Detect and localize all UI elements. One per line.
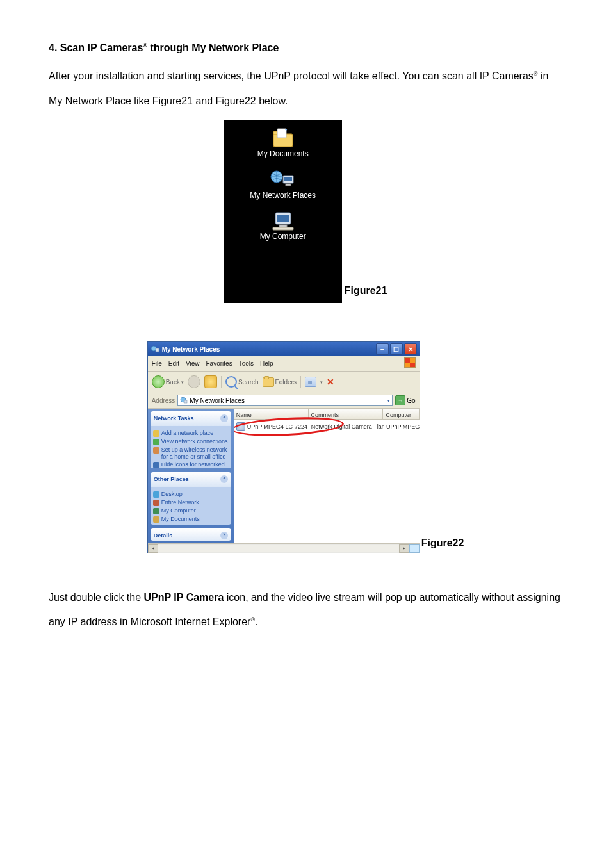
panel-title: Other Places [154,474,189,485]
details-header[interactable]: Details ˅ [151,528,231,541]
maximize-button[interactable]: ☐ [390,343,403,355]
icon-label: My Documents [257,149,309,158]
menu-view[interactable]: View [186,357,200,370]
separator [300,376,301,388]
task-icon [153,430,159,437]
network-places-icon [151,345,159,354]
window-body: Network Tasks ˄ Add a network placeView … [148,409,420,543]
network-task-link[interactable]: Hide icons for networked UPnP devices [153,461,229,468]
scroll-right-button[interactable]: ▸ [399,544,409,553]
scroll-left-button[interactable]: ◂ [148,544,158,553]
final-part1: Just double click the [49,592,144,603]
intro-paragraph: After your installation and starting ser… [49,64,562,113]
place-label: Printers and Faxes [161,524,210,525]
my-network-places-icon: My Network Places [224,169,342,200]
intro-part1: After your installation and starting ser… [49,70,534,81]
icon-label: My Computer [260,232,306,241]
figure22-caption: Figure22 [421,534,464,553]
other-places-header[interactable]: Other Places ˄ [151,472,231,487]
delete-button[interactable]: ✕ [327,373,334,391]
svg-rect-12 [156,348,159,352]
task-label: View network connections [161,438,228,445]
folders-button[interactable]: Folders [263,376,297,388]
chevron-up-icon: ˄ [220,475,228,483]
resize-grip-icon[interactable] [409,544,420,553]
figure21-image: My Documents My Network Places [224,120,342,303]
menu-favorites[interactable]: Favorites [206,357,232,370]
final-part3: . [255,616,257,627]
chevron-up-icon: ˄ [220,414,228,422]
menu-help[interactable]: Help [260,357,273,370]
views-button[interactable]: ▥ [305,377,316,387]
svg-rect-9 [279,225,287,227]
close-button[interactable]: ✕ [404,343,417,355]
minimize-button[interactable]: – [376,343,389,355]
explorer-window: My Network Places – ☐ ✕ File Edit View F… [147,341,420,553]
menu-tools[interactable]: Tools [239,357,254,370]
address-input[interactable]: My Network Places ▾ [177,395,393,406]
back-arrow-icon [152,375,165,388]
chevron-down-icon: ▾ [320,378,323,386]
network-tasks-header[interactable]: Network Tasks ˄ [151,411,231,426]
titlebar: My Network Places – ☐ ✕ [148,342,420,356]
other-place-link[interactable]: My Documents [153,516,229,523]
search-icon [225,376,237,388]
folders-label: Folders [275,376,297,388]
task-label: Set up a wireless network for a home or … [161,446,229,461]
heading-suffix: through My Network Place [147,42,279,53]
chevron-down-icon: ˅ [220,532,228,539]
chevron-down-icon[interactable]: ▾ [387,397,390,405]
menubar: File Edit View Favorites Tools Help [148,356,420,372]
registered-mark-icon: ® [143,42,147,49]
go-button[interactable]: → Go [395,395,415,407]
section-heading: 4. Scan IP Cameras® through My Network P… [49,38,562,58]
up-button[interactable] [204,375,217,388]
toolbar: Back ▾ Search Folders ▥ ▾ ✕ [148,372,420,393]
panel-title: Network Tasks [154,413,194,424]
place-icon [153,491,159,498]
network-task-link[interactable]: Set up a wireless network for a home or … [153,446,229,461]
separator [221,376,222,388]
svg-rect-2 [277,129,286,138]
network-task-link[interactable]: Add a network place [153,430,229,437]
menu-edit[interactable]: Edit [168,357,179,370]
back-label: Back [166,376,180,388]
place-label: Entire Network [161,499,199,506]
place-label: Desktop [161,491,183,498]
svg-rect-5 [284,177,292,181]
go-arrow-icon: → [395,395,405,405]
other-place-link[interactable]: My Computer [153,507,229,514]
search-button[interactable]: Search [225,376,259,388]
other-place-link[interactable]: Desktop [153,491,229,498]
menu-file[interactable]: File [152,357,162,370]
list-area: Name Comments Computer UPnP MPEG4 LC-722… [234,409,420,543]
my-documents-icon: My Documents [224,127,342,158]
svg-rect-8 [277,215,289,222]
network-task-link[interactable]: View network connections [153,438,229,445]
other-place-link[interactable]: Entire Network [153,499,229,506]
tasks-sidebar: Network Tasks ˄ Add a network placeView … [148,409,234,543]
task-label: Hide icons for networked UPnP devices [161,461,229,468]
svg-rect-6 [286,184,291,186]
scroll-track[interactable] [158,545,399,552]
col-computer[interactable]: Computer [383,409,419,419]
figure21-caption: Figure21 [345,281,387,303]
my-computer-icon: My Computer [224,210,342,241]
back-button[interactable]: Back ▾ [152,375,184,388]
heading-prefix: 4. Scan IP Cameras [49,42,143,53]
place-icon [153,516,159,523]
final-paragraph: Just double click the UPnP IP Camera ico… [49,585,562,635]
task-icon [153,439,159,445]
icon-label: My Network Places [250,191,316,200]
horizontal-scrollbar[interactable]: ◂ ▸ [148,543,420,553]
address-bar: Address My Network Places ▾ → Go [148,393,420,409]
window-title: My Network Places [162,343,220,356]
place-label: My Computer [161,507,196,514]
other-place-link[interactable]: Printers and Faxes [153,524,229,525]
task-label: Add a network place [161,430,214,437]
address-value: My Network Places [190,395,245,407]
search-label: Search [238,376,259,388]
forward-button[interactable] [188,375,200,388]
svg-rect-10 [273,227,293,230]
windows-flag-icon [404,357,416,368]
